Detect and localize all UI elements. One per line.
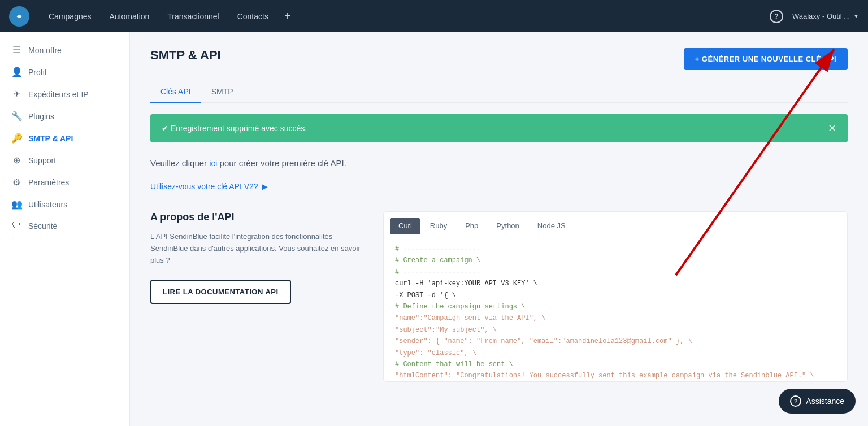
code-line: # Content that will be sent \ — [395, 359, 836, 370]
sidebar-item-securite[interactable]: 🛡 Sécurité — [0, 215, 129, 237]
smtp-icon: 🔑 — [11, 133, 21, 144]
code-tab-php[interactable]: Php — [457, 218, 486, 234]
sidebar: ☰ Mon offre 👤 Profil ✈ Expéditeurs et IP… — [0, 32, 130, 426]
tab-cles-api[interactable]: Clés API — [150, 81, 201, 103]
api-description: A propos de l'API L'API SendinBlue facil… — [150, 211, 365, 304]
generate-api-key-button[interactable]: + GÉNÉRER UNE NOUVELLE CLÉ API — [684, 48, 848, 70]
sidebar-item-mon-offre[interactable]: ☰ Mon offre — [0, 39, 129, 61]
offer-icon: ☰ — [11, 45, 21, 55]
sidebar-label-expediteurs: Expéditeurs et IP — [28, 90, 89, 99]
assistance-button[interactable]: ? Assistance — [779, 389, 856, 414]
nav-automation[interactable]: Automation — [102, 8, 158, 24]
close-banner-button[interactable]: ✕ — [828, 122, 836, 134]
click-text-after: pour créer votre première clé API. — [217, 158, 346, 168]
nav-campagnes[interactable]: Campagnes — [41, 8, 99, 24]
sender-icon: ✈ — [11, 89, 21, 99]
sidebar-label-plugins: Plugins — [28, 112, 54, 121]
click-here-link[interactable]: ici — [209, 158, 217, 168]
help-button[interactable]: ? — [770, 10, 783, 23]
support-icon: ⊕ — [11, 155, 21, 166]
settings-icon: ⚙ — [11, 177, 21, 188]
sidebar-item-support[interactable]: ⊕ Support — [0, 149, 129, 171]
sidebar-label-smtp-api: SMTP & API — [28, 134, 73, 143]
sidebar-label-support: Support — [28, 156, 56, 165]
code-line: # ------------------- — [395, 267, 836, 278]
nav-contacts[interactable]: Contacts — [229, 8, 276, 24]
page-header: SMTP & API + GÉNÉRER UNE NOUVELLE CLÉ AP… — [150, 48, 848, 70]
about-title: A propos de l'API — [150, 211, 365, 223]
account-menu[interactable]: Waalaxy - Outil ... ▼ — [792, 12, 859, 20]
top-navigation: Campagnes Automation Transactionnel Cont… — [0, 0, 868, 32]
code-body: # -------------------# Create a campaign… — [384, 234, 847, 381]
users-icon: 👥 — [11, 199, 21, 210]
success-message: ✔ Enregistrement supprimé avec succès. — [162, 124, 307, 133]
code-panel: Curl Ruby Php Python Node JS # ---------… — [383, 211, 848, 382]
api-v2-arrow-icon: ▶ — [262, 182, 268, 191]
nav-items: Campagnes Automation Transactionnel Cont… — [41, 7, 770, 25]
layout: ☰ Mon offre 👤 Profil ✈ Expéditeurs et IP… — [0, 32, 868, 426]
page-title: SMTP & API — [150, 48, 221, 63]
about-description: L'API SendinBlue facilite l'intégration … — [150, 231, 365, 266]
read-doc-button[interactable]: LIRE LA DOCUMENTATION API — [150, 280, 291, 304]
sidebar-label-securite: Sécurité — [28, 221, 57, 231]
account-label: Waalaxy - Outil ... — [792, 12, 850, 20]
click-text-before: Veuillez cliquer — [150, 158, 209, 168]
api-v2-link[interactable]: Utilisez-vous votre clé API V2? ▶ — [150, 182, 268, 191]
sidebar-label-utilisateurs: Utilisateurs — [28, 200, 67, 209]
sidebar-item-plugins[interactable]: 🔧 Plugins — [0, 105, 129, 127]
sidebar-item-utilisateurs[interactable]: 👥 Utilisateurs — [0, 193, 129, 215]
sidebar-label-mon-offre: Mon offre — [28, 46, 62, 55]
code-line: curl -H 'api-key:YOUR_API_V3_KEY' \ — [395, 278, 836, 289]
logo[interactable] — [9, 6, 29, 27]
sidebar-label-profil: Profil — [28, 68, 46, 77]
sidebar-item-profil[interactable]: 👤 Profil — [0, 61, 129, 83]
code-line: # Define the campaign settings \ — [395, 301, 836, 312]
code-line: -X POST -d '{ \ — [395, 290, 836, 301]
code-line: "type": "classic", \ — [395, 347, 836, 359]
sidebar-item-parametres[interactable]: ⚙ Paramètres — [0, 171, 129, 193]
assistance-help-icon: ? — [790, 395, 801, 407]
plugins-icon: 🔧 — [11, 111, 21, 121]
api-v2-text: Utilisez-vous votre clé API V2? — [150, 182, 258, 191]
code-line: # ------------------- — [395, 244, 836, 255]
nav-add-button[interactable]: + — [279, 7, 297, 25]
sidebar-label-parametres: Paramètres — [28, 178, 69, 187]
tab-bar: Clés API SMTP — [150, 81, 848, 103]
code-line: "sender": { "name": "From name", "email"… — [395, 336, 836, 347]
sidebar-item-smtp-api[interactable]: 🔑 SMTP & API — [0, 127, 129, 149]
assistance-label: Assistance — [806, 397, 844, 406]
click-here-text: Veuillez cliquer ici pour créer votre pr… — [150, 158, 848, 168]
success-banner: ✔ Enregistrement supprimé avec succès. ✕ — [150, 114, 848, 142]
code-line: "name":"Campaign sent via the API", \ — [395, 312, 836, 324]
code-tab-nodejs[interactable]: Node JS — [530, 218, 574, 234]
nav-transactionnel[interactable]: Transactionnel — [159, 8, 227, 24]
code-tab-curl[interactable]: Curl — [390, 218, 420, 234]
account-chevron: ▼ — [853, 13, 859, 19]
bottom-section: A propos de l'API L'API SendinBlue facil… — [150, 211, 848, 382]
code-line: "subject":"My subject", \ — [395, 324, 836, 336]
code-line: # Create a campaign \ — [395, 255, 836, 266]
nav-right: ? Waalaxy - Outil ... ▼ — [770, 10, 859, 23]
code-tab-bar: Curl Ruby Php Python Node JS — [384, 212, 847, 234]
sidebar-item-expediteurs[interactable]: ✈ Expéditeurs et IP — [0, 83, 129, 105]
code-tab-python[interactable]: Python — [488, 218, 527, 234]
main-content: SMTP & API + GÉNÉRER UNE NOUVELLE CLÉ AP… — [130, 32, 868, 426]
security-icon: 🛡 — [11, 221, 21, 231]
profile-icon: 👤 — [11, 67, 21, 77]
tab-smtp[interactable]: SMTP — [201, 81, 244, 103]
code-tab-ruby[interactable]: Ruby — [422, 218, 455, 234]
code-line: "htmlContent": "Congratulations! You suc… — [395, 370, 836, 381]
